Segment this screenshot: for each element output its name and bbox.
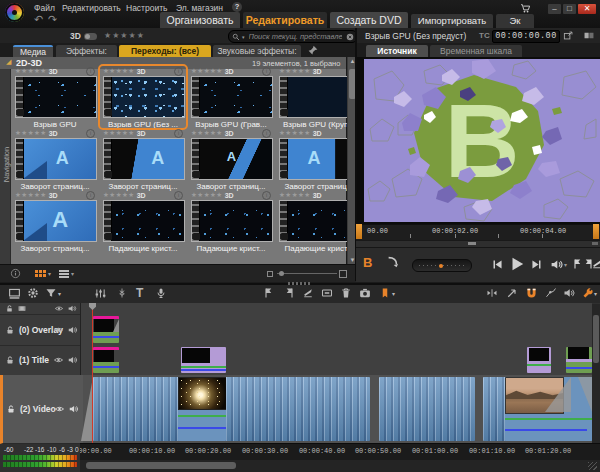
speaker-icon[interactable]	[67, 325, 78, 335]
preview-scrollbar[interactable]	[356, 240, 600, 247]
timeline-hscrollbar-thumb[interactable]	[86, 462, 236, 469]
overlay-track-lane[interactable]	[80, 314, 592, 346]
tile-stars[interactable]: ★★★★★	[191, 67, 223, 75]
zoom-slider-knob[interactable]	[279, 271, 284, 276]
tile-stars[interactable]: ★★★★★	[191, 191, 223, 199]
list-view-dropdown-icon[interactable]: ▾	[71, 270, 74, 277]
background-b-button[interactable]: B	[363, 255, 372, 270]
tab-source[interactable]: Источник	[366, 45, 428, 57]
filter-dropdown-icon[interactable]: ▾	[58, 290, 61, 297]
video-clip-thumbnail-group[interactable]	[178, 377, 226, 441]
step-back-icon[interactable]	[491, 258, 504, 271]
tab-timeline-preview[interactable]: Временная шкала	[430, 45, 522, 57]
keyframe-line-icon[interactable]	[545, 287, 557, 299]
voiceover-mic-icon[interactable]	[155, 287, 167, 299]
info-icon[interactable]	[10, 268, 21, 279]
transition-tile[interactable]: ★★★★★3Di Взрыв GPU (Грав...	[189, 67, 273, 127]
transition-tile[interactable]: ★★★★★3Di A Заворот страниц...	[189, 129, 273, 189]
tile-stars[interactable]: ★★★★★	[279, 191, 311, 199]
trim-handle-right[interactable]	[593, 224, 599, 239]
panel-resize-grip[interactable]	[288, 282, 312, 285]
tile-stars[interactable]: ★★★★★	[15, 129, 47, 137]
transition-tile[interactable]: ★★★★★3Di Падающие крист...	[101, 191, 185, 251]
tab-organize[interactable]: Организовать	[160, 12, 240, 28]
section-collapse-icon[interactable]: ◢	[6, 58, 11, 66]
video-clip-thumbnail-group[interactable]	[505, 377, 592, 441]
info-icon[interactable]: i	[174, 129, 183, 138]
tile-stars[interactable]: ★★★★★	[191, 129, 223, 137]
track-header-title[interactable]: (1) Title	[0, 345, 80, 376]
audio-ducking-icon[interactable]	[116, 287, 128, 299]
track-header-overlay[interactable]: (0) Overlay	[0, 314, 80, 346]
undock-icon[interactable]	[563, 30, 574, 41]
3d-toggle[interactable]	[84, 33, 97, 40]
tab-effects[interactable]: Эффекты: (все)	[56, 45, 117, 57]
window-resize-grip[interactable]	[588, 462, 597, 470]
transition-tile[interactable]: ★★★★★3Di Взрыв GPU	[13, 67, 97, 127]
eye-icon[interactable]	[54, 404, 65, 414]
trash-icon[interactable]	[340, 287, 352, 299]
tab-sound-effects[interactable]: Звуковые эффекты: (все)	[213, 45, 301, 57]
tile-stars[interactable]: ★★★★★	[279, 67, 311, 75]
lock-icon[interactable]	[5, 325, 15, 335]
mark-out-icon[interactable]	[283, 287, 295, 299]
playhead[interactable]	[92, 303, 93, 443]
thumbnail-zoom-slider[interactable]	[267, 271, 347, 276]
pin-icon[interactable]	[308, 45, 318, 55]
maximize-button[interactable]: □	[563, 4, 576, 14]
slide-icon[interactable]	[321, 287, 333, 299]
speaker-icon[interactable]	[67, 355, 78, 365]
info-icon[interactable]: i	[262, 191, 271, 200]
title-clip[interactable]	[181, 347, 226, 373]
transition-tile[interactable]: ★★★★★3Di Падающие крист...	[189, 191, 273, 251]
trim-handle-left[interactable]	[356, 224, 362, 239]
minimize-button[interactable]: –	[548, 4, 561, 14]
tile-stars[interactable]: ★★★★★	[279, 129, 311, 137]
search-dropdown-icon[interactable]: ▾	[242, 34, 245, 40]
loop-icon[interactable]	[591, 258, 600, 270]
timeline-ruler[interactable]: 00:00.00 00:00:10.00 00:00:20.00 00:00:3…	[80, 443, 600, 460]
title-clip[interactable]	[566, 347, 592, 373]
filter-icon[interactable]	[45, 287, 57, 299]
redo-icon[interactable]: ↷	[48, 13, 57, 26]
menu-file[interactable]: Файл	[34, 3, 55, 13]
tab-transitions[interactable]: Переходы: (все)	[119, 45, 211, 57]
list-view-icon[interactable]	[59, 269, 69, 279]
eye-icon[interactable]	[54, 304, 64, 313]
razor-split-icon[interactable]	[302, 287, 314, 299]
info-icon[interactable]: i	[262, 67, 271, 76]
volume-icon[interactable]	[550, 258, 563, 271]
info-icon[interactable]: i	[86, 191, 95, 200]
transition-tile[interactable]: ★★★★★3Di A Заворот страниц...	[13, 129, 97, 189]
menu-edit[interactable]: Редактировать	[62, 3, 121, 13]
step-forward-icon[interactable]	[530, 258, 543, 271]
play-icon[interactable]	[508, 255, 526, 273]
mark-in-icon[interactable]	[263, 287, 275, 299]
timeline-settings-icon[interactable]	[8, 287, 21, 300]
info-icon[interactable]: i	[174, 67, 183, 76]
marker-dropdown-icon[interactable]: ▾	[392, 290, 395, 297]
eye-icon[interactable]	[53, 325, 64, 335]
rating-filter-stars[interactable]: ★★★★★	[104, 31, 145, 40]
title-editor-icon[interactable]: T	[136, 286, 143, 300]
overlay-clip[interactable]	[93, 316, 119, 343]
tile-stars[interactable]: ★★★★★	[103, 67, 135, 75]
info-icon[interactable]: i	[174, 191, 183, 200]
timecode-display[interactable]: 00:00:00.00	[492, 30, 560, 43]
grid-view-icon[interactable]	[35, 270, 46, 277]
close-button[interactable]: ✕	[578, 4, 596, 14]
audio-monitor-icon[interactable]	[563, 287, 575, 299]
title-track-lane[interactable]	[80, 345, 592, 376]
undo-icon[interactable]: ↶	[34, 13, 43, 26]
tab-edit[interactable]: Редактировать	[243, 12, 327, 28]
tab-media[interactable]: Медиа	[13, 45, 53, 57]
tab-import[interactable]: Импортировать	[411, 14, 493, 28]
speaker-icon[interactable]	[68, 404, 79, 414]
film-track-icon[interactable]	[17, 304, 27, 313]
tools-wrench-icon[interactable]	[582, 287, 594, 299]
search-input[interactable]	[247, 31, 344, 42]
lock-icon[interactable]	[5, 355, 15, 365]
lock-icon[interactable]	[6, 404, 16, 414]
info-icon[interactable]: i	[86, 129, 95, 138]
eye-icon[interactable]	[53, 355, 64, 365]
